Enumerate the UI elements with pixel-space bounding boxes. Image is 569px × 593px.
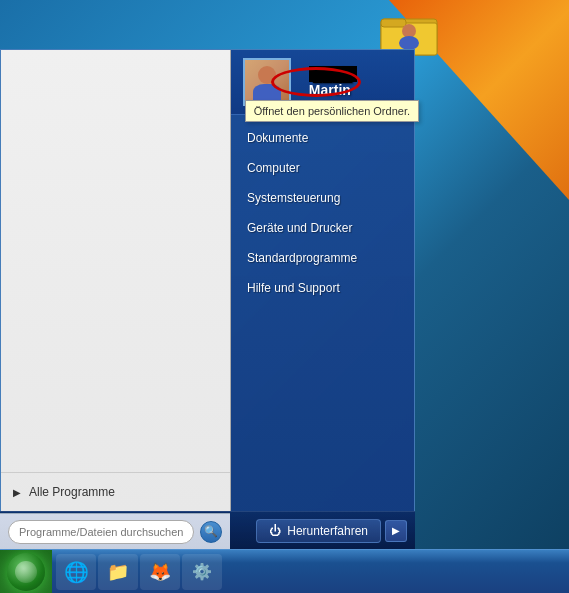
all-programs-label: Alle Programme <box>29 485 115 499</box>
start-menu-right-panel: ████ Martin Öffnet den persönlichen Ordn… <box>231 50 414 511</box>
start-menu-left-panel: ▶ Alle Programme <box>1 50 231 511</box>
all-programs-item[interactable]: ▶ Alle Programme <box>1 479 230 505</box>
taskbar-ie-icon[interactable]: 🌐 <box>56 554 96 590</box>
username-redacted: ████ <box>309 66 357 82</box>
taskbar: 🌐 📁 🦊 ⚙️ <box>0 549 569 593</box>
menu-item-dokumente[interactable]: Dokumente <box>231 123 414 153</box>
arrow-icon: ▶ <box>392 525 400 536</box>
shutdown-label: Herunterfahren <box>287 524 368 538</box>
folder-taskbar-icon: 📁 <box>107 561 129 583</box>
avatar-image <box>245 60 289 104</box>
start-menu: ▶ Alle Programme <box>0 49 415 549</box>
avatar-head <box>258 66 276 84</box>
menu-item-computer[interactable]: Computer <box>231 153 414 183</box>
ie-logo-icon: 🌐 <box>64 560 89 584</box>
shutdown-arrow-button[interactable]: ▶ <box>385 520 407 542</box>
taskbar-firefox-icon[interactable]: 🦊 <box>140 554 180 590</box>
all-programs-arrow-icon: ▶ <box>13 487 21 498</box>
username-label: ████ Martin <box>301 66 402 98</box>
shutdown-button[interactable]: ⏻ Herunterfahren <box>256 519 381 543</box>
user-name-wrapper: ████ Martin <box>301 66 402 98</box>
svg-point-3 <box>402 24 416 38</box>
pinned-programs-area <box>1 50 230 472</box>
username-text: Martin <box>309 82 351 98</box>
menu-item-standardprogramme[interactable]: Standardprogramme <box>231 243 414 273</box>
taskbar-pinned-items: 🌐 📁 🦊 ⚙️ <box>52 554 569 590</box>
network-taskbar-icon: ⚙️ <box>192 562 212 581</box>
svg-rect-2 <box>381 19 406 27</box>
desktop: ▶ Alle Programme <box>0 0 569 593</box>
user-header[interactable]: ████ Martin Öffnet den persönlichen Ordn… <box>231 50 414 115</box>
svg-point-4 <box>399 36 419 50</box>
windows-logo <box>15 561 37 583</box>
menu-item-hilfe[interactable]: Hilfe und Support <box>231 273 414 303</box>
avatar-body <box>253 84 281 104</box>
start-orb <box>7 553 45 591</box>
start-button[interactable] <box>0 550 52 594</box>
taskbar-network-icon[interactable]: ⚙️ <box>182 554 222 590</box>
user-avatar <box>243 58 291 106</box>
taskbar-explorer-icon[interactable]: 📁 <box>98 554 138 590</box>
search-input[interactable] <box>8 520 194 544</box>
firefox-logo-icon: 🦊 <box>149 561 171 583</box>
start-search-bar: 🔍 <box>0 513 230 549</box>
menu-item-geraete[interactable]: Geräte und Drucker <box>231 213 414 243</box>
shutdown-icon: ⏻ <box>269 524 281 538</box>
right-menu-items: Dokumente Computer Systemsteuerung Gerät… <box>231 115 414 511</box>
start-menu-bottom-left: ▶ Alle Programme <box>1 472 230 511</box>
menu-item-systemsteuerung[interactable]: Systemsteuerung <box>231 183 414 213</box>
search-button[interactable]: 🔍 <box>200 521 222 543</box>
search-icon: 🔍 <box>204 525 218 538</box>
